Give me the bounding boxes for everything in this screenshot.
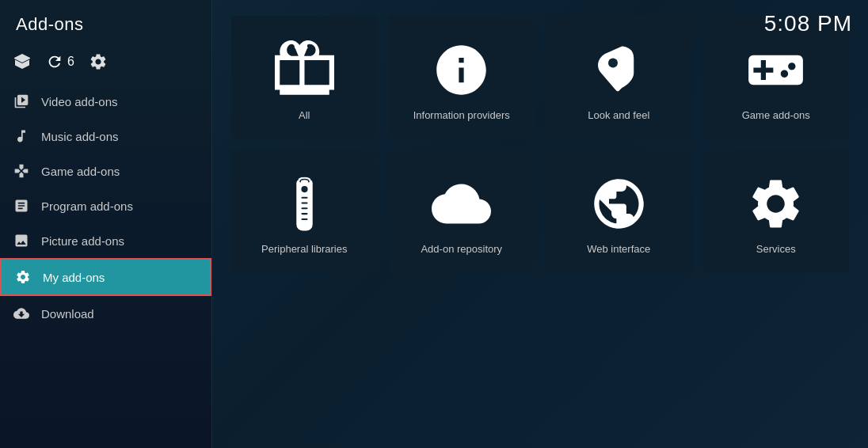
sidebar-toolbar: 6 <box>0 44 211 84</box>
sidebar-item-music-addons[interactable]: Music add-ons <box>0 119 211 154</box>
grid-item-info[interactable]: Information providers <box>389 16 535 139</box>
remote-icon <box>272 172 336 235</box>
svg-rect-5 <box>301 207 307 209</box>
svg-rect-7 <box>301 218 307 219</box>
sidebar-item-label-download: Download <box>41 307 94 321</box>
sidebar-item-label-my-addons: My add-ons <box>43 271 105 284</box>
sidebar-item-label-program: Program add-ons <box>41 199 133 213</box>
addon-box-icon[interactable] <box>13 52 32 71</box>
grid-item-label-repository: Add-on repository <box>421 243 502 255</box>
sidebar-item-picture-addons[interactable]: Picture add-ons <box>0 223 211 258</box>
grid-item-label-services: Services <box>756 243 796 255</box>
sidebar-item-game-addons[interactable]: Game add-ons <box>0 154 211 188</box>
picture-icon <box>13 232 30 249</box>
refresh-count: 6 <box>67 55 74 69</box>
grid-item-all[interactable]: All <box>231 16 378 139</box>
grid-item-peripheral[interactable]: Peripheral libraries <box>231 150 378 272</box>
svg-point-2 <box>301 186 307 192</box>
grid-item-services[interactable]: Services <box>703 150 850 272</box>
main-content: All Information providers Look and feel <box>212 0 868 448</box>
settings-icon[interactable] <box>89 52 108 71</box>
svg-point-0 <box>608 58 618 67</box>
grid-item-look[interactable]: Look and feel <box>546 16 692 139</box>
svg-rect-6 <box>301 213 307 215</box>
grid-item-label-game: Game add-ons <box>742 109 810 121</box>
sidebar-item-label-picture: Picture add-ons <box>41 234 124 248</box>
box-icon <box>272 38 336 101</box>
addon-grid: All Information providers Look and feel <box>231 16 849 272</box>
sidebar-item-download[interactable]: Download <box>0 296 211 331</box>
sidebar-item-label-music: Music add-ons <box>41 130 119 143</box>
gamepad-icon <box>744 38 808 101</box>
svg-rect-4 <box>301 202 307 203</box>
sidebar-item-label-game: Game add-ons <box>41 165 120 178</box>
sidebar-header: Add-ons <box>0 0 211 44</box>
gear-icon <box>744 172 808 235</box>
program-icon <box>13 197 30 215</box>
sidebar-item-my-addons[interactable]: My add-ons <box>0 258 211 296</box>
video-icon <box>13 93 30 110</box>
sidebar-item-video-addons[interactable]: Video add-ons <box>0 84 211 119</box>
sidebar: Add-ons 6 Video add-ons Music ad <box>0 0 212 448</box>
svg-rect-3 <box>301 196 307 198</box>
grid-item-label-peripheral: Peripheral libraries <box>261 243 347 255</box>
grid-item-label-web: Web interface <box>587 243 650 255</box>
globe-icon <box>587 172 650 235</box>
sidebar-item-label-video: Video add-ons <box>41 95 117 108</box>
look-icon <box>587 38 650 101</box>
grid-item-label-info: Information providers <box>413 109 510 121</box>
cloud-icon <box>430 172 493 235</box>
info-icon <box>430 38 493 101</box>
time-display: 5:08 PM <box>764 11 852 36</box>
download-icon <box>13 305 30 322</box>
gamepad-nav-icon <box>13 162 30 180</box>
sidebar-item-program-addons[interactable]: Program add-ons <box>0 188 211 223</box>
sidebar-nav: Video add-ons Music add-ons Game add-ons… <box>0 84 211 448</box>
grid-item-label-look: Look and feel <box>588 109 649 121</box>
music-icon <box>13 127 30 145</box>
page-title: Add-ons <box>16 14 83 34</box>
grid-item-repository[interactable]: Add-on repository <box>389 150 535 272</box>
my-addons-icon <box>14 268 32 286</box>
grid-item-web[interactable]: Web interface <box>546 150 692 272</box>
refresh-badge[interactable]: 6 <box>46 53 74 70</box>
grid-item-label-all: All <box>299 109 310 121</box>
